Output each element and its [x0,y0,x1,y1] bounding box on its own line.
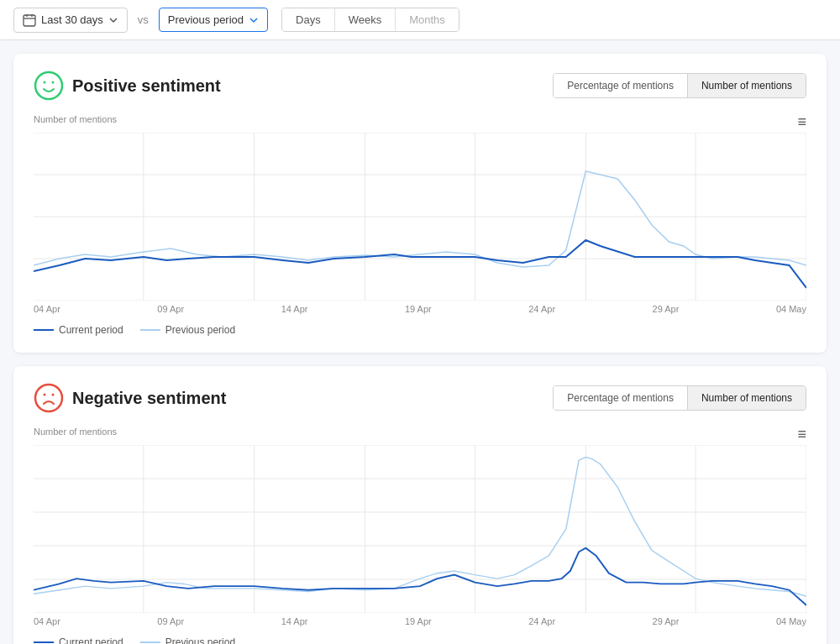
time-period-tabs: Days Weeks Months [281,8,459,32]
negative-chart-area [34,445,806,613]
positive-previous-legend: Previous period [140,324,235,336]
positive-previous-label: Previous period [165,324,235,336]
negative-title-area: Negative sentiment [34,383,226,413]
positive-sentiment-icon [34,71,64,101]
svg-point-6 [52,81,55,84]
negative-previous-label: Previous period [165,636,235,644]
positive-chart-svg: 600 400 200 0 [34,133,806,301]
svg-point-4 [35,72,62,99]
date-range-selector[interactable]: Last 30 days [13,8,128,33]
positive-chart-title: Positive sentiment [72,76,221,96]
negative-current-legend: Current period [34,636,123,644]
positive-title-area: Positive sentiment [34,71,221,101]
chevron-down-icon [108,15,118,25]
negative-number-btn[interactable]: Number of mentions [688,386,806,410]
svg-point-24 [44,394,46,396]
negative-current-line [34,641,54,643]
positive-legend: Current period Previous period [34,324,806,336]
negative-previous-line [140,641,160,643]
positive-current-legend: Current period [34,324,123,336]
negative-percentage-btn[interactable]: Percentage of mentions [554,386,688,410]
positive-percentage-btn[interactable]: Percentage of mentions [554,74,688,97]
period-label: Previous period [168,13,244,26]
chevron-down-icon-period [249,15,259,25]
negative-sentiment-card: Negative sentiment Percentage of mention… [13,366,827,644]
svg-point-23 [35,385,62,411]
negative-menu-icon[interactable]: ≡ [797,427,806,442]
negative-view-toggle: Percentage of mentions Number of mention… [553,385,806,411]
negative-current-label: Current period [59,636,123,644]
positive-current-line [34,329,54,331]
vs-label: vs [138,13,149,26]
period-selector[interactable]: Previous period [159,8,268,32]
positive-chart-area: 600 400 200 0 [34,133,806,301]
negative-chart-title: Negative sentiment [72,389,226,408]
tab-days[interactable]: Days [282,8,335,31]
positive-number-btn[interactable]: Number of mentions [688,74,806,97]
negative-chart-top-row: Number of mentions ≡ [34,427,806,442]
svg-point-25 [52,394,55,396]
positive-previous-line [140,329,160,331]
svg-rect-0 [24,15,35,26]
main-content: Positive sentiment Percentage of mention… [0,40,840,644]
positive-x-axis: 04 Apr 09 Apr 14 Apr 19 Apr 24 Apr 29 Ap… [34,304,806,314]
negative-previous-legend: Previous period [140,636,235,644]
positive-menu-icon[interactable]: ≡ [797,114,806,129]
negative-y-label: Number of mentions [34,427,117,437]
tab-weeks[interactable]: Weeks [335,8,396,31]
negative-chart-svg [34,445,806,613]
positive-chart-header: Positive sentiment Percentage of mention… [34,71,806,101]
positive-y-label: Number of mentions [34,114,117,124]
negative-sentiment-icon [34,383,64,413]
tab-months[interactable]: Months [396,8,459,31]
calendar-icon [23,13,36,27]
positive-view-toggle: Percentage of mentions Number of mention… [553,73,806,98]
top-bar: Last 30 days vs Previous period Days Wee… [0,0,840,40]
negative-legend: Current period Previous period [34,636,806,644]
positive-current-label: Current period [59,324,123,336]
date-range-label: Last 30 days [41,13,103,26]
positive-chart-top-row: Number of mentions ≡ [34,114,806,129]
positive-sentiment-card: Positive sentiment Percentage of mention… [13,54,827,353]
negative-chart-header: Negative sentiment Percentage of mention… [34,383,806,413]
svg-point-5 [44,81,46,84]
negative-x-axis: 04 Apr 09 Apr 14 Apr 19 Apr 24 Apr 29 Ap… [34,616,806,626]
